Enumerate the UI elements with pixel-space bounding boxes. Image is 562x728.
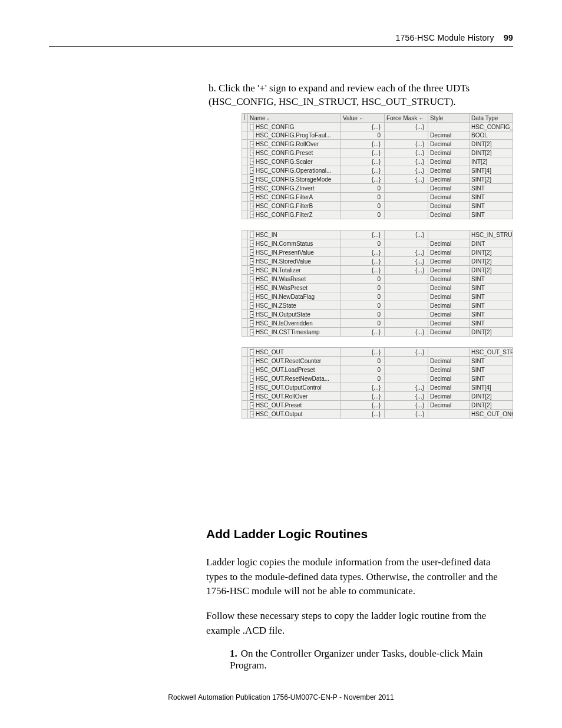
expand-icon[interactable]: +: [250, 185, 254, 192]
row-toggle-cell[interactable]: -: [248, 348, 254, 357]
row-toggle-cell[interactable]: +: [248, 365, 254, 374]
expand-icon[interactable]: +: [250, 294, 254, 300]
expand-icon[interactable]: +: [250, 402, 254, 409]
row-toggle-cell[interactable]: +: [248, 292, 254, 301]
row-toggle-cell[interactable]: +: [248, 202, 254, 210]
table-row[interactable]: -HSC_IN{...}{...}HSC_IN_STRUCT: [242, 230, 513, 239]
collapse-icon[interactable]: -: [250, 349, 254, 355]
table-row[interactable]: +HSC_CONFIG.ZInvert0DecimalSINT: [242, 184, 513, 193]
collapse-icon[interactable]: -: [250, 232, 254, 238]
table-row[interactable]: +HSC_IN.CSTTimestamp{...}{...}DecimalDIN…: [242, 328, 513, 337]
table-row[interactable]: +HSC_CONFIG.FilterA0DecimalSINT: [242, 193, 513, 202]
row-toggle-cell[interactable]: [248, 131, 254, 140]
row-toggle-cell[interactable]: +: [248, 410, 254, 419]
expand-icon[interactable]: +: [250, 241, 254, 247]
table-row[interactable]: +HSC_IN.CommStatus0DecimalDINT: [242, 239, 513, 248]
row-toggle-cell[interactable]: +: [248, 319, 254, 328]
expand-icon[interactable]: +: [250, 212, 254, 218]
table-row[interactable]: +HSC_CONFIG.Scaler{...}{...}DecimalINT[2…: [242, 157, 513, 166]
row-toggle-cell[interactable]: +: [248, 383, 254, 392]
table-row[interactable]: +HSC_CONFIG.Operational...{...}{...}Deci…: [242, 166, 513, 175]
expand-icon[interactable]: +: [250, 375, 254, 382]
row-toggle-cell[interactable]: +: [248, 248, 254, 257]
row-toggle-cell[interactable]: +: [248, 266, 254, 275]
column-name[interactable]: Name: [248, 114, 341, 123]
table-row[interactable]: +HSC_OUT.LoadPreset0DecimalSINT: [242, 365, 513, 374]
expand-icon[interactable]: +: [250, 276, 254, 282]
expand-icon[interactable]: +: [250, 302, 254, 309]
row-toggle-cell[interactable]: +: [248, 310, 254, 319]
row-toggle-cell[interactable]: +: [248, 166, 254, 175]
row-toggle-cell[interactable]: -: [248, 123, 254, 131]
table-row[interactable]: +HSC_IN.ZState0DecimalSINT: [242, 301, 513, 310]
table-row[interactable]: +HSC_OUT.ResetNewData...0DecimalSINT: [242, 374, 513, 383]
expand-icon[interactable]: +: [250, 203, 254, 209]
table-row[interactable]: +HSC_OUT.ResetCounter0DecimalSINT: [242, 357, 513, 365]
table-row[interactable]: +HSC_OUT.RollOver{...}{...}DecimalDINT[2…: [242, 392, 513, 401]
table-row[interactable]: -HSC_CONFIG{...}{...}HSC_CONFIG_S...: [242, 123, 513, 131]
table-row[interactable]: +HSC_IN.StoredValue{...}{...}DecimalDINT…: [242, 257, 513, 266]
expand-icon[interactable]: +: [250, 285, 254, 291]
expand-icon[interactable]: +: [250, 141, 254, 147]
column-style[interactable]: Style: [428, 114, 470, 123]
expand-icon[interactable]: +: [250, 267, 254, 274]
expand-icon[interactable]: +: [250, 320, 254, 327]
expand-icon[interactable]: +: [250, 358, 254, 364]
expand-icon[interactable]: +: [250, 167, 254, 174]
column-force-mask[interactable]: Force Mask: [385, 114, 428, 123]
expand-icon[interactable]: +: [250, 258, 254, 265]
row-toggle-cell[interactable]: +: [248, 284, 254, 292]
row-toggle-cell[interactable]: +: [248, 157, 254, 166]
table-row[interactable]: +HSC_IN.WasPreset0DecimalSINT: [242, 284, 513, 292]
row-icon-cell: [242, 140, 248, 149]
table-row[interactable]: +HSC_OUT.Output{...}{...}HSC_OUT_ONOF...: [242, 410, 513, 419]
collapse-icon[interactable]: -: [250, 124, 254, 130]
expand-icon[interactable]: +: [250, 176, 254, 183]
expand-icon[interactable]: +: [250, 384, 254, 391]
expand-icon[interactable]: +: [250, 311, 254, 318]
table-row[interactable]: +HSC_CONFIG.StorageMode{...}{...}Decimal…: [242, 175, 513, 184]
column-data-type[interactable]: Data Type: [470, 114, 513, 123]
row-toggle-cell[interactable]: +: [248, 328, 254, 337]
table-row[interactable]: +HSC_OUT.OutputControl{...}{...}DecimalS…: [242, 383, 513, 392]
row-toggle-cell[interactable]: +: [248, 392, 254, 401]
table-row[interactable]: +HSC_IN.Totalizer{...}{...}DecimalDINT[2…: [242, 266, 513, 275]
table-row[interactable]: +HSC_CONFIG.Preset{...}{...}DecimalDINT[…: [242, 149, 513, 157]
table-row[interactable]: +HSC_IN.OutputState0DecimalSINT: [242, 310, 513, 319]
table-row[interactable]: +HSC_CONFIG.FilterB0DecimalSINT: [242, 202, 513, 210]
expand-icon[interactable]: +: [250, 150, 254, 156]
table-row[interactable]: +HSC_IN.IsOverridden0DecimalSINT: [242, 319, 513, 328]
row-toggle-cell[interactable]: +: [248, 175, 254, 184]
row-toggle-cell[interactable]: +: [248, 149, 254, 157]
expand-icon[interactable]: +: [250, 159, 254, 165]
row-toggle-cell[interactable]: +: [248, 140, 254, 149]
expand-icon[interactable]: +: [250, 249, 254, 256]
row-toggle-cell[interactable]: +: [248, 401, 254, 410]
row-toggle-cell[interactable]: +: [248, 239, 254, 248]
row-toggle-cell[interactable]: +: [248, 374, 254, 383]
row-toggle-cell[interactable]: +: [248, 210, 254, 219]
row-toggle-cell[interactable]: +: [248, 257, 254, 266]
row-toggle-cell[interactable]: +: [248, 184, 254, 193]
expand-icon[interactable]: +: [250, 329, 254, 335]
row-toggle-cell[interactable]: +: [248, 193, 254, 202]
row-toggle-cell[interactable]: +: [248, 357, 254, 365]
table-row[interactable]: +HSC_CONFIG.RollOver{...}{...}DecimalDIN…: [242, 140, 513, 149]
table-row[interactable]: +HSC_IN.WasReset0DecimalSINT: [242, 275, 513, 284]
row-style: Decimal: [428, 292, 470, 301]
expand-icon[interactable]: +: [250, 393, 254, 400]
row-toggle-cell[interactable]: +: [248, 275, 254, 284]
row-style: Decimal: [428, 365, 470, 374]
table-row[interactable]: +HSC_OUT.Preset{...}{...}DecimalDINT[2]: [242, 401, 513, 410]
table-row[interactable]: -HSC_OUT{...}{...}HSC_OUT_STRU...: [242, 348, 513, 357]
expand-icon[interactable]: +: [250, 411, 254, 417]
table-row[interactable]: HSC_CONFIG.ProgToFaul...0DecimalBOOL: [242, 131, 513, 140]
row-toggle-cell[interactable]: -: [248, 230, 254, 239]
expand-icon[interactable]: +: [250, 194, 254, 200]
table-row[interactable]: +HSC_IN.NewDataFlag0DecimalSINT: [242, 292, 513, 301]
expand-icon[interactable]: +: [250, 367, 254, 373]
table-row[interactable]: +HSC_CONFIG.FilterZ0DecimalSINT: [242, 210, 513, 219]
table-row[interactable]: +HSC_IN.PresentValue{...}{...}DecimalDIN…: [242, 248, 513, 257]
column-value[interactable]: Value: [341, 114, 385, 123]
row-toggle-cell[interactable]: +: [248, 301, 254, 310]
